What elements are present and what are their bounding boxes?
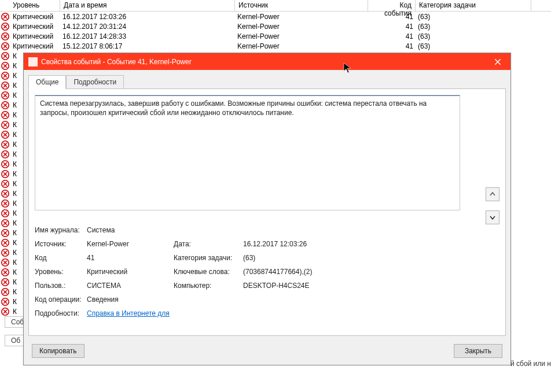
col-category[interactable]: Категория задачи: [416, 0, 531, 11]
label-more: Подробности:: [35, 309, 87, 317]
error-icon: [0, 190, 10, 198]
error-icon: [0, 13, 10, 21]
arrow-down-icon: [489, 214, 496, 221]
cell-category: (63): [416, 13, 531, 21]
label-opcode: Код операции:: [35, 295, 87, 304]
cell-eventid: 41: [368, 42, 416, 50]
label-date: Дата:: [174, 240, 243, 248]
value-computer: DESKTOP-H4CS24E: [243, 282, 499, 290]
label-code: Код: [35, 254, 87, 262]
error-icon: [0, 42, 10, 50]
value-log: Система: [87, 226, 174, 234]
error-icon: [0, 239, 10, 247]
table-row[interactable]: Критический16.12.2017 12:03:26Kernel-Pow…: [0, 12, 551, 21]
help-link[interactable]: Справка в Интернете для: [87, 309, 170, 317]
cell-category: (63): [416, 32, 531, 40]
col-date[interactable]: Дата и время: [60, 0, 235, 11]
event-list-header: Уровень Дата и время Источник Код событи…: [0, 0, 551, 12]
error-icon: [0, 72, 10, 80]
description-top-rule: [35, 95, 460, 96]
cell-level: Критический: [10, 42, 60, 50]
error-icon: [0, 121, 10, 129]
value-code: 41: [87, 254, 174, 262]
error-icon: [0, 82, 10, 90]
cell-date: 14.12.2017 20:31:24: [60, 23, 235, 31]
cell-date: 15.12.2017 8:06:17: [60, 42, 235, 50]
close-button[interactable]: Закрыть: [454, 344, 502, 358]
label-source: Источник:: [35, 240, 87, 248]
cell-date: 16.12.2017 14:28:33: [60, 32, 235, 40]
cell-source: Kernel-Power: [235, 13, 368, 21]
dialog-close-button[interactable]: [485, 53, 510, 70]
error-icon: [0, 170, 10, 178]
table-row[interactable]: Критический15.12.2017 8:06:17Kernel-Powe…: [0, 41, 551, 51]
tab-details[interactable]: Подробности: [66, 75, 124, 89]
error-icon: [0, 288, 10, 296]
arrow-up-icon: [489, 191, 496, 198]
nav-down-button[interactable]: [486, 210, 499, 224]
event-fields: Имя журнала: Система Источник: Kernel-Po…: [35, 223, 499, 320]
error-icon: [0, 268, 10, 276]
label-log: Имя журнала:: [35, 226, 87, 234]
error-icon: [0, 219, 10, 227]
label-computer: Компьютер:: [174, 282, 243, 290]
cell-level: Критический: [10, 13, 60, 21]
cell-date: 16.12.2017 12:03:26: [60, 13, 235, 21]
value-date: 16.12.2017 12:03:26: [243, 240, 499, 248]
dialog-title: Свойства событий - Событие 41, Kernel-Po…: [41, 58, 485, 66]
cell-level: Критический: [10, 32, 60, 40]
error-icon: [0, 229, 10, 237]
error-icon: [0, 140, 10, 149]
label-user: Пользов.:: [35, 282, 87, 290]
dialog-tabs: Общие Подробности: [28, 75, 506, 88]
cell-source: Kernel-Power: [235, 23, 368, 31]
label-level: Уровень:: [35, 268, 87, 276]
error-icon: [0, 258, 10, 267]
label-category: Категория задачи:: [174, 254, 243, 262]
error-icon: [0, 249, 10, 257]
table-row[interactable]: Критический14.12.2017 20:31:24Kernel-Pow…: [0, 21, 551, 31]
label-keywords: Ключевые слова:: [174, 268, 243, 276]
dialog-app-icon: [28, 57, 38, 66]
error-icon: [0, 308, 10, 316]
error-icon: [0, 150, 10, 158]
error-icon: [0, 209, 10, 217]
error-icon: [0, 101, 10, 109]
table-row[interactable]: Критический16.12.2017 14:28:33Kernel-Pow…: [0, 31, 551, 41]
error-icon: [0, 23, 10, 31]
nav-up-button[interactable]: [486, 187, 499, 201]
error-icon: [0, 111, 10, 119]
tab-general[interactable]: Общие: [28, 75, 66, 89]
cell-level: Критический: [10, 23, 60, 31]
error-icon: [0, 180, 10, 188]
error-icon: [0, 199, 10, 208]
error-icon: [0, 160, 10, 168]
col-eventid[interactable]: Код события: [368, 0, 416, 11]
col-level[interactable]: Уровень: [0, 0, 60, 11]
cell-source: Kernel-Power: [235, 42, 368, 50]
col-source[interactable]: Источник: [235, 0, 368, 11]
dialog-titlebar[interactable]: Свойства событий - Событие 41, Kernel-Po…: [24, 53, 510, 70]
error-icon: [0, 91, 10, 99]
cell-source: Kernel-Power: [235, 32, 368, 40]
event-properties-dialog: Свойства событий - Событие 41, Kernel-Po…: [23, 53, 511, 365]
tab-panel-general: Система перезагрузилась, завершив работу…: [28, 88, 506, 336]
error-icon: [0, 298, 10, 306]
cell-eventid: 41: [368, 13, 416, 21]
cell-category: (63): [416, 23, 531, 31]
close-icon: [495, 59, 501, 65]
error-icon: [0, 131, 10, 139]
value-opcode: Сведения: [87, 295, 174, 304]
copy-button[interactable]: Копировать: [32, 344, 85, 358]
cell-eventid: 41: [368, 32, 416, 40]
cell-eventid: 41: [368, 23, 416, 31]
event-description[interactable]: Система перезагрузилась, завершив работу…: [35, 95, 460, 210]
error-icon: [0, 52, 10, 60]
background-panel-fragment: й сбой или н: [510, 360, 551, 368]
value-category: (63): [243, 254, 499, 262]
value-level: Критический: [87, 268, 174, 276]
value-keywords: (70368744177664),(2): [243, 268, 499, 276]
error-icon: [0, 32, 10, 40]
error-icon: [0, 278, 10, 286]
value-user: СИСТЕМА: [87, 282, 174, 290]
